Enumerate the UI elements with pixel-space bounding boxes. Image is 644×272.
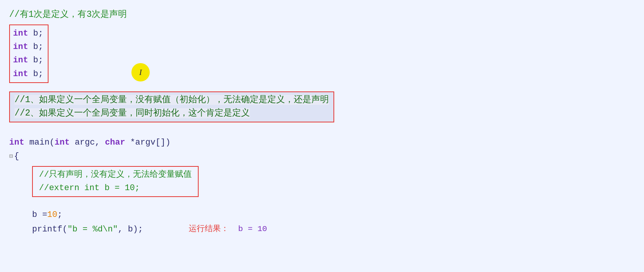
main-func-argv: *argv[]) bbox=[125, 136, 171, 149]
gap-4 bbox=[9, 200, 635, 205]
main-func-argc: argc, bbox=[70, 136, 105, 149]
keyword-int-2: int bbox=[13, 42, 28, 52]
rule2-comment: //2、如果定义一个全局变量，同时初始化，这个肯定是定义 bbox=[15, 108, 250, 118]
decl-rest-2: b; bbox=[28, 42, 44, 52]
printf-line: printf("b = %d\n", b); 运行结果： b = 10 bbox=[32, 223, 635, 236]
printf-string: "b = %d\n" bbox=[67, 225, 118, 234]
printf-comma: , b); bbox=[118, 225, 143, 234]
decl-line-1: int b; bbox=[13, 27, 43, 40]
declaration-box: int b; int b; int b; int b; bbox=[9, 24, 49, 83]
assignment-line: b = 10 ; bbox=[32, 208, 635, 222]
inner-comment-2: //extern int b = 10; bbox=[39, 181, 192, 195]
brace-line: ⊟ { bbox=[9, 150, 635, 163]
gap-1 bbox=[9, 85, 635, 90]
decl-rest-1: b; bbox=[28, 29, 44, 38]
assignment-semi: ; bbox=[57, 208, 62, 222]
run-result-label: 运行结果： bbox=[189, 223, 229, 236]
decl-line-3: int b; bbox=[13, 54, 43, 67]
margin-symbol: ⊟ bbox=[9, 152, 13, 161]
decl-rest-4: b; bbox=[28, 69, 44, 79]
header-comment-line: //有1次是定义，有3次是声明 bbox=[9, 7, 635, 23]
inner-comment-1: //只有声明，没有定义，无法给变量赋值 bbox=[39, 168, 192, 181]
assignment-b: b = bbox=[32, 208, 47, 222]
rules-comment-box: //1、如果定义一个全局变量，没有赋值（初始化），无法确定是定义，还是声明 //… bbox=[9, 91, 334, 122]
cursor-circle: I bbox=[131, 63, 150, 81]
printf-func: printf( bbox=[32, 225, 67, 234]
main-func-rest: main( bbox=[24, 136, 55, 149]
keyword-int-4: int bbox=[13, 69, 28, 79]
keyword-int-main: int bbox=[9, 136, 24, 149]
gap-3 bbox=[9, 129, 635, 133]
main-func-line: int main( int argc, char *argv[]) bbox=[9, 136, 635, 149]
rule1-comment: //1、如果定义一个全局变量，没有赋值（初始化），无法确定是定义，还是声明 bbox=[15, 95, 329, 105]
keyword-int-3: int bbox=[13, 55, 28, 65]
rules-section: //1、如果定义一个全局变量，没有赋值（初始化），无法确定是定义，还是声明 //… bbox=[9, 90, 635, 124]
decl-line-2: int b; bbox=[13, 40, 43, 54]
keyword-int-argc: int bbox=[55, 136, 70, 149]
decl-rest-3: b; bbox=[28, 55, 44, 65]
assignment-value: 10 bbox=[47, 208, 57, 222]
decl-line-4: int b; bbox=[13, 67, 43, 81]
cursor-char: I bbox=[139, 66, 142, 79]
header-comment: //有1次是定义，有3次是声明 bbox=[9, 8, 127, 22]
run-result-section: 运行结果： b = 10 bbox=[189, 223, 267, 236]
keyword-char: char bbox=[105, 136, 125, 149]
inner-comment-box: //只有声明，没有定义，无法给变量赋值 //extern int b = 10; bbox=[32, 166, 199, 197]
run-result-value: b = 10 bbox=[238, 223, 267, 236]
code-area: //有1次是定义，有3次是声明 int b; int b; int b; int… bbox=[9, 7, 635, 236]
keyword-int-1: int bbox=[13, 29, 28, 38]
gap-2 bbox=[9, 124, 635, 129]
declaration-section: int b; int b; int b; int b; I bbox=[9, 23, 49, 85]
open-brace: { bbox=[14, 150, 19, 163]
printf-content: printf("b = %d\n", b); bbox=[32, 223, 143, 236]
inner-section: //只有声明，没有定义，无法给变量赋值 //extern int b = 10; bbox=[9, 163, 635, 200]
